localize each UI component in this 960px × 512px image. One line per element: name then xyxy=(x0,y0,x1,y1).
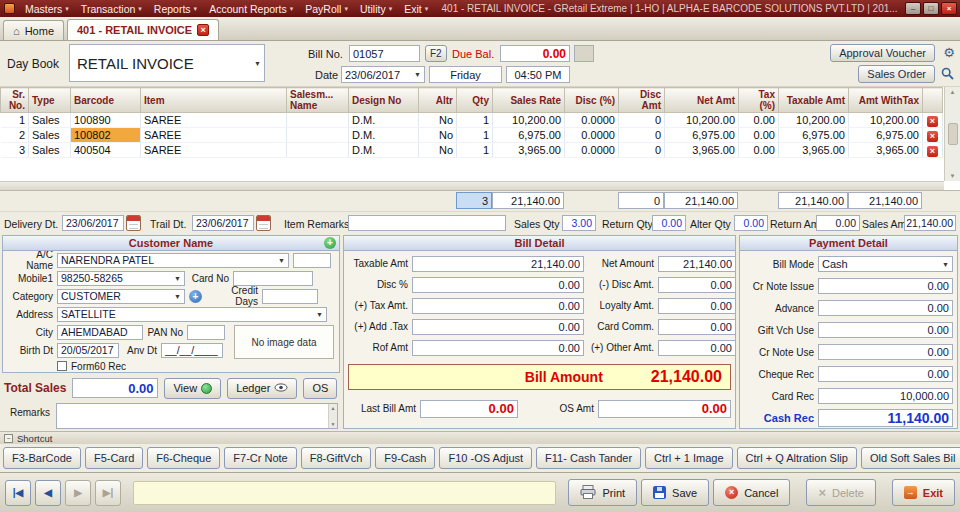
scrollbar-thumb[interactable] xyxy=(948,123,958,145)
column-header-type[interactable]: Type xyxy=(29,88,71,113)
ac-extra-input[interactable] xyxy=(293,253,331,268)
category-select[interactable]: CUSTOMER ▼ xyxy=(57,289,185,304)
column-header-disc-amt[interactable]: Disc Amt xyxy=(619,88,665,113)
add-tax-field[interactable]: 0.00 xyxy=(412,319,584,335)
menu-utility[interactable]: Utility▾ xyxy=(354,3,398,15)
cell-amt-with-tax[interactable]: 3,965.00 xyxy=(849,143,923,158)
tab-home[interactable]: ⌂ Home xyxy=(3,20,64,40)
save-button[interactable]: Save xyxy=(641,479,709,506)
cell-sr[interactable]: 1 xyxy=(1,113,29,128)
exit-button[interactable]: → Exit xyxy=(892,479,955,506)
disc-pct-field[interactable]: 0.00 xyxy=(412,277,584,293)
cell-net-amt[interactable]: 3,965.00 xyxy=(665,143,739,158)
menu-transaction[interactable]: Transaction▾ xyxy=(75,3,148,15)
bill-no-input[interactable]: 01057 xyxy=(349,45,420,62)
scroll-down-icon[interactable]: ▼ xyxy=(950,173,956,179)
trail-dt-input[interactable]: 23/06/2017 xyxy=(192,215,254,231)
tab-retail-invoice[interactable]: 401 - RETAIL INVOICE × xyxy=(67,19,219,40)
cell-design-no[interactable]: D.M. xyxy=(349,143,419,158)
bill-mode-select[interactable]: Cash ▼ xyxy=(818,256,953,272)
column-header-sr-no[interactable]: Sr. No. xyxy=(1,88,29,113)
nav-first-button[interactable]: |◀ xyxy=(5,480,31,506)
column-header-salesm-name[interactable]: Salesm... Name xyxy=(287,88,349,113)
cell-disc-amt[interactable]: 0 xyxy=(619,113,665,128)
loyalty-amt-field[interactable]: 0.00 xyxy=(658,298,736,314)
cell-sr[interactable]: 2 xyxy=(1,128,29,143)
column-header-design-no[interactable]: Design No xyxy=(349,88,419,113)
scroll-up-icon[interactable]: ▲ xyxy=(950,89,956,95)
cell-altr[interactable]: No xyxy=(419,113,457,128)
cell-sales-rate[interactable]: 10,200.00 xyxy=(493,113,565,128)
column-header-disc[interactable]: Disc (%) xyxy=(565,88,619,113)
cell-disc-pct[interactable]: 0.0000 xyxy=(565,128,619,143)
column-header-sales-rate[interactable]: Sales Rate xyxy=(493,88,565,113)
cell-salesman[interactable] xyxy=(287,143,349,158)
menu-masters[interactable]: Masters▾ xyxy=(19,3,75,15)
grid-vertical-scrollbar[interactable]: ▲ ▼ xyxy=(944,87,960,181)
rof-amt-field[interactable]: 0.00 xyxy=(412,340,584,356)
shortcut-f6-cheque[interactable]: F6-Cheque xyxy=(147,447,220,469)
cell-disc-amt[interactable]: 0 xyxy=(619,128,665,143)
item-remarks-input[interactable] xyxy=(348,215,506,231)
column-header-tax[interactable]: Tax (%) xyxy=(739,88,779,113)
approval-voucher-button[interactable]: Approval Voucher xyxy=(830,44,935,62)
card-comm-field[interactable]: 0.00 xyxy=(658,319,736,335)
minimize-button[interactable]: – xyxy=(905,2,921,15)
cell-net-amt[interactable]: 10,200.00 xyxy=(665,113,739,128)
view-button[interactable]: View xyxy=(164,378,221,399)
sales-order-button[interactable]: Sales Order xyxy=(858,65,935,83)
cell-type[interactable]: Sales xyxy=(29,113,71,128)
customer-image-box[interactable]: No image data xyxy=(234,325,334,359)
delete-button[interactable]: × Delete xyxy=(806,479,875,506)
close-button[interactable]: × xyxy=(941,2,957,15)
calendar-icon[interactable] xyxy=(256,215,271,231)
shortcut-f9-cash[interactable]: F9-Cash xyxy=(375,447,435,469)
cell-item[interactable]: SAREE xyxy=(141,143,287,158)
cell-amt-with-tax[interactable]: 6,975.00 xyxy=(849,128,923,143)
shortcut-f8-giftvch[interactable]: F8-GiftVch xyxy=(301,447,372,469)
column-header-qty[interactable]: Qty xyxy=(457,88,493,113)
ledger-button[interactable]: Ledger xyxy=(227,378,297,399)
anv-dt-input[interactable]: __/__/____ xyxy=(161,343,223,358)
cell-taxable-amt[interactable]: 10,200.00 xyxy=(779,113,849,128)
cell-altr[interactable]: No xyxy=(419,143,457,158)
remarks-scrollbar[interactable]: ▲ ▼ xyxy=(328,404,337,428)
cell-barcode[interactable]: 100802 xyxy=(71,128,141,143)
delivery-dt-input[interactable]: 23/06/2017 xyxy=(62,215,124,231)
cash-rec-field[interactable]: 11,140.00 xyxy=(818,409,953,427)
shortcut-ctrl-q-altration-slip[interactable]: Ctrl + Q Altration Slip xyxy=(737,447,857,469)
calendar-icon[interactable] xyxy=(126,215,141,231)
address-select[interactable]: SATELLITE ▼ xyxy=(57,307,327,322)
maximize-button[interactable]: □ xyxy=(923,2,939,15)
column-header-taxable-amt[interactable]: Taxable Amt xyxy=(779,88,849,113)
date-input[interactable]: 23/06/2017 ▼ xyxy=(341,66,425,83)
cell-type[interactable]: Sales xyxy=(29,143,71,158)
card-no-input[interactable] xyxy=(233,271,313,286)
shortcut-f7-cr-note[interactable]: F7-Cr Note xyxy=(224,447,296,469)
pan-no-input[interactable] xyxy=(187,325,225,340)
menu-account-reports[interactable]: Account Reports▾ xyxy=(203,3,299,15)
search-icon[interactable] xyxy=(941,67,954,82)
cell-sales-rate[interactable]: 3,965.00 xyxy=(493,143,565,158)
cell-item[interactable]: SAREE xyxy=(141,128,287,143)
cell-disc-amt[interactable]: 0 xyxy=(619,143,665,158)
ac-name-select[interactable]: NARENDRA PATEL ▼ xyxy=(57,253,289,268)
disc-amt-field[interactable]: 0.00 xyxy=(658,277,736,293)
cell-taxable-amt[interactable]: 6,975.00 xyxy=(779,128,849,143)
shortcut-old-soft-sales-bil[interactable]: Old Soft Sales Bil xyxy=(861,447,960,469)
cell-disc-pct[interactable]: 0.0000 xyxy=(565,143,619,158)
cr-note-use-field[interactable]: 0.00 xyxy=(818,344,953,360)
gift-vch-use-field[interactable]: 0.00 xyxy=(818,322,953,338)
print-button[interactable]: Print xyxy=(568,479,637,506)
column-header-net-amt[interactable]: Net Amt xyxy=(665,88,739,113)
cell-design-no[interactable]: D.M. xyxy=(349,128,419,143)
column-header-item[interactable]: Item xyxy=(141,88,287,113)
remarks-textarea[interactable]: ▲ ▼ xyxy=(56,403,338,429)
cell-sr[interactable]: 3 xyxy=(1,143,29,158)
cell-salesman[interactable] xyxy=(287,128,349,143)
cell-barcode[interactable]: 100890 xyxy=(71,113,141,128)
delete-row-icon[interactable]: × xyxy=(927,131,938,142)
os-button[interactable]: OS xyxy=(303,378,337,399)
cancel-button[interactable]: × Cancel xyxy=(713,479,790,506)
command-input[interactable] xyxy=(133,481,556,505)
